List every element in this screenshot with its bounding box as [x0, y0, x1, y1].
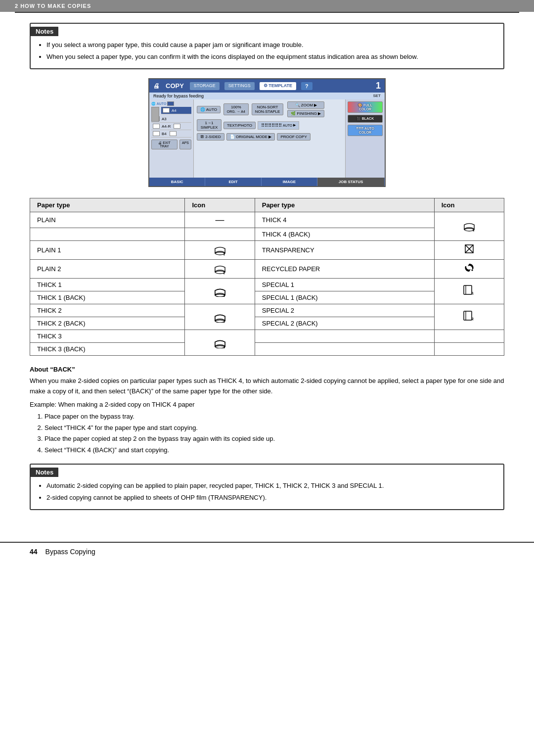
col-icon-1: Icon	[185, 198, 255, 212]
table-row: THICK 2 2 SPECIAL 2 2	[30, 304, 504, 317]
step-3: Place the paper copied at step 2 on the …	[44, 434, 504, 444]
paper-row-a4: A4	[161, 107, 191, 114]
tab-help[interactable]: ?	[301, 82, 312, 90]
notes-item-2-2: 2-sided copying cannot be applied to she…	[46, 493, 496, 503]
about-back-section: About “BACK” When you make 2-sided copie…	[30, 366, 504, 455]
table-row: THICK 1 1 SPECIAL 1 1	[30, 279, 504, 291]
svg-text:1: 1	[472, 291, 474, 295]
copy-title: COPY	[166, 82, 184, 90]
tab-template[interactable]: ⚙ TEMPLATE	[260, 82, 296, 90]
thick3-svg: 3	[213, 337, 227, 348]
finishing-btn[interactable]: 🌿 FINISHING ▶	[287, 110, 324, 117]
table-row: THICK 3 (BACK)	[30, 343, 504, 356]
tab-job-status[interactable]: JOB STATUS	[317, 178, 385, 186]
zoom-btn[interactable]: 🔍 ZOOM ▶	[287, 101, 324, 109]
table-row: PLAIN 2 2 RECYCLED PAPER	[30, 260, 504, 279]
table-row: THICK 2 (BACK) SPECIAL 2 (BACK)	[30, 317, 504, 330]
svg-text:4: 4	[472, 229, 474, 232]
col-icon-2: Icon	[434, 198, 504, 212]
center-row1: 🌐 AUTO 100%ORG. → A4 NON-SORTNON-STAPLE …	[197, 101, 342, 117]
notes-list-2: Automatic 2-sided copying can be applied…	[38, 481, 496, 502]
footer-chapter: Bypass Copying	[45, 548, 95, 556]
step-1: Place paper on the bypass tray.	[44, 412, 504, 422]
notes-list-1: If you select a wrong paper type, this c…	[38, 40, 496, 61]
special1-svg: 1	[463, 284, 476, 295]
svg-text:3: 3	[223, 345, 225, 348]
cell-thick2-icon: 2	[185, 304, 255, 330]
copy-screen-topbar: 🖨 COPY STORAGE SETTINGS ⚙ TEMPLATE ? 1	[149, 79, 385, 93]
step-4: Select “THICK 4 (BACK)” and start copyin…	[44, 445, 504, 455]
proof-copy-btn[interactable]: PROOF COPY	[277, 133, 310, 141]
original-mode-btn[interactable]: 📄 ORIGINAL MODE ▶	[226, 133, 275, 141]
cell-plain2: PLAIN 2	[30, 260, 185, 279]
svg-rect-11	[464, 285, 472, 294]
svg-text:2: 2	[223, 271, 225, 275]
copy-icon: 🖨	[153, 82, 160, 90]
aps-btn[interactable]: APS	[179, 140, 191, 149]
svg-text:2: 2	[472, 317, 474, 321]
svg-text:2: 2	[223, 320, 225, 323]
transparency-svg	[464, 243, 475, 254]
full-color-btn[interactable]: 🎨 FULLCOLOR	[348, 101, 383, 113]
thick4-svg: 4	[462, 221, 476, 232]
tab-basic[interactable]: BASIC	[149, 178, 205, 186]
cell-recycled: RECYCLED PAPER	[255, 260, 434, 279]
cell-thick1-icon: 1	[185, 279, 255, 304]
cell-thick3: THICK 3	[30, 330, 185, 343]
simplex-btn[interactable]: 1→1SIMPLEX	[197, 119, 222, 131]
svg-rect-16	[464, 311, 472, 320]
footer-page-number: 44	[30, 548, 38, 556]
notes-item-1-2: When you select a paper type, you can co…	[46, 52, 496, 62]
notes-item-2-1: Automatic 2-sided copying can be applied…	[46, 481, 496, 491]
b4-icon2	[170, 131, 177, 136]
cell-plain-icon: —	[185, 212, 255, 228]
copy-screen: 🖨 COPY STORAGE SETTINGS ⚙ TEMPLATE ? 1 R…	[148, 78, 386, 187]
cell-recycled-icon	[434, 260, 504, 279]
tab-settings[interactable]: SETTINGS	[224, 82, 255, 90]
cell-thick3-back: THICK 3 (BACK)	[30, 343, 185, 356]
b4-icon	[153, 131, 160, 136]
a4r-icon	[153, 124, 160, 129]
bottom-tabs: BASIC EDIT IMAGE JOB STATUS	[149, 178, 385, 186]
cell-empty-icon-1	[185, 228, 255, 241]
copy-screen-center: 🌐 AUTO 100%ORG. → A4 NON-SORTNON-STAPLE …	[194, 99, 345, 179]
cell-special2-icon: 2	[434, 304, 504, 330]
non-sort-btn[interactable]: NON-SORTNON-STAPLE	[252, 103, 284, 115]
col-paper-type-1: Paper type	[30, 198, 185, 212]
auto-btn[interactable]: 🌐 AUTO	[197, 106, 221, 113]
step-2: Select “THICK 4” for the paper type and …	[44, 423, 504, 433]
svg-text:1: 1	[223, 294, 225, 297]
exit-tray-btn[interactable]: 🖨 EXIT TRAY	[151, 140, 178, 149]
footer: 44 Bypass Copying	[0, 542, 534, 561]
about-back-para1: When you make 2-sided copies on particul…	[30, 376, 504, 397]
tab-edit[interactable]: EDIT	[205, 178, 261, 186]
auto-color-btn[interactable]: ⠿⠿⠿ AUTOCOLOR	[348, 125, 383, 136]
table-row: THICK 1 (BACK) SPECIAL 1 (BACK)	[30, 291, 504, 304]
text-photo-btn[interactable]: TEXT/PHOTO	[223, 122, 256, 129]
a4-icon	[163, 108, 170, 113]
table-row: PLAIN 1 1 TRANSPARENCY	[30, 241, 504, 260]
cell-special1-icon: 1	[434, 279, 504, 304]
paper-row-a4r: A4-R	[151, 123, 191, 130]
notes-title-1: Notes	[31, 27, 58, 36]
main-content: Notes If you select a wrong paper type, …	[0, 13, 534, 532]
cell-thick2: THICK 2	[30, 304, 185, 317]
cell-special1-back: SPECIAL 1 (BACK)	[255, 291, 434, 304]
cell-empty-thick3back-col4	[434, 343, 504, 356]
tab-image[interactable]: IMAGE	[262, 178, 317, 186]
zoom-pct-btn[interactable]: 100%ORG. → A4	[223, 103, 249, 115]
about-back-example: Example: When making a 2-sided copy on T…	[30, 400, 504, 410]
black-btn[interactable]: ⬛ BLACK	[348, 115, 383, 123]
paper-size-panel: 🌐 AUTO A4 A3	[149, 99, 194, 179]
two-sided-btn[interactable]: 🖹 2-SIDED	[197, 133, 224, 141]
notes-item-1-1: If you select a wrong paper type, this c…	[46, 40, 496, 50]
notes-box-1: Notes If you select a wrong paper type, …	[30, 23, 504, 69]
cell-empty-thick3back-col3	[255, 343, 434, 356]
plain1-svg: 1	[213, 245, 227, 256]
svg-text:1: 1	[223, 252, 225, 256]
cell-thick4-icon: 4	[434, 212, 504, 241]
notes-title-2: Notes	[31, 468, 58, 477]
cell-special2-back: SPECIAL 2 (BACK)	[255, 317, 434, 330]
cell-thick3-icon: 3	[185, 330, 255, 356]
tab-storage[interactable]: STORAGE	[190, 82, 220, 90]
